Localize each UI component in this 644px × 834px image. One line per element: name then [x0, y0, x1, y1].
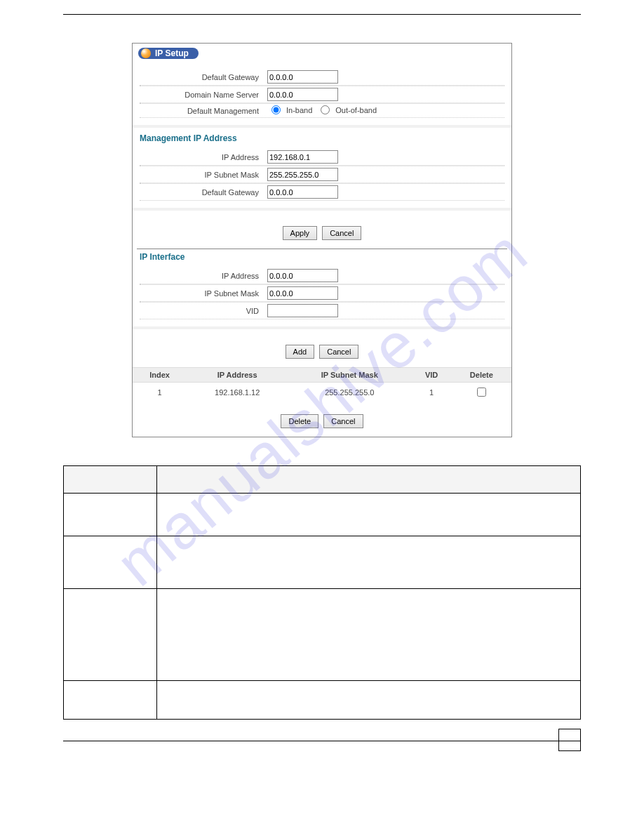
row-default-management: Default Management In-band Out-of-band [140, 103, 504, 118]
label-mgmt-ip: IP Address [140, 153, 267, 161]
cell-delete [452, 383, 511, 402]
input-intf-vid[interactable] [267, 304, 338, 317]
th-vid: VID [411, 368, 451, 383]
row-mgmt-gateway: Default Gateway [140, 183, 504, 201]
table-button-row: Delete Cancel [133, 402, 511, 437]
mgmt-button-row: Apply Cancel [133, 213, 511, 249]
bottom-rule [63, 741, 581, 741]
section-ip-interface: IP Interface [133, 249, 511, 265]
th-delete: Delete [452, 368, 511, 383]
cancel-button-2[interactable]: Cancel [319, 345, 358, 359]
delete-button[interactable]: Delete [281, 414, 318, 428]
input-intf-mask[interactable] [267, 286, 338, 300]
input-dns[interactable] [267, 88, 338, 101]
cancel-button-1[interactable]: Cancel [322, 226, 361, 240]
label-intf-mask: IP Subnet Mask [140, 289, 267, 298]
divider-band [133, 326, 511, 329]
ip-interface-area: IP Address IP Subnet Mask VID [133, 265, 511, 324]
th-mask: IP Subnet Mask [288, 368, 411, 383]
input-default-gateway[interactable] [267, 70, 338, 84]
cell-mask: 255.255.255.0 [288, 383, 411, 402]
label-intf-vid: VID [140, 307, 267, 315]
input-mgmt-gateway[interactable] [267, 185, 338, 199]
management-ip-area: IP Address IP Subnet Mask Default Gatewa… [133, 146, 511, 205]
doc-table-head [64, 466, 581, 494]
interface-table: Index IP Address IP Subnet Mask VID Dele… [133, 367, 511, 402]
section-management-ip: Management IP Address [133, 131, 511, 146]
input-intf-ip[interactable] [267, 269, 338, 282]
ip-setup-panel: IP Setup Default Gateway Domain Name Ser… [132, 43, 512, 437]
sphere-icon [141, 48, 151, 58]
divider-band [133, 208, 511, 211]
label-inband: In-band [286, 106, 312, 114]
input-mgmt-ip[interactable] [267, 150, 338, 164]
label-intf-ip: IP Address [140, 272, 267, 280]
table-header-row: Index IP Address IP Subnet Mask VID Dele… [133, 368, 511, 383]
panel-title-pill: IP Setup [138, 48, 199, 59]
row-intf-ip: IP Address [140, 267, 504, 284]
doc-table-row [64, 589, 581, 681]
row-intf-mask: IP Subnet Mask [140, 284, 504, 302]
add-button[interactable]: Add [286, 345, 315, 359]
row-delete-checkbox[interactable] [477, 388, 486, 397]
th-index: Index [133, 368, 187, 383]
doc-table-row [64, 681, 581, 720]
doc-table [63, 465, 581, 720]
page-number-box [558, 729, 581, 751]
doc-table-row [64, 536, 581, 589]
input-mgmt-mask[interactable] [267, 168, 338, 181]
row-mgmt-mask: IP Subnet Mask [140, 166, 504, 183]
label-default-management: Default Management [140, 107, 267, 115]
radio-outofband[interactable] [321, 105, 330, 114]
label-mgmt-gateway: Default Gateway [140, 188, 267, 197]
radio-inband[interactable] [271, 105, 281, 114]
label-mgmt-mask: IP Subnet Mask [140, 171, 267, 179]
doc-table-row [64, 494, 581, 536]
intf-button-row: Add Cancel [133, 332, 511, 367]
row-dns: Domain Name Server [140, 86, 504, 103]
table-row: 1 192.168.1.12 255.255.255.0 1 [133, 383, 511, 402]
basic-settings: Default Gateway Domain Name Server Defau… [133, 66, 511, 122]
cell-ip: 192.168.1.12 [187, 383, 288, 402]
th-ip: IP Address [187, 368, 288, 383]
cell-index: 1 [133, 383, 187, 402]
label-default-gateway: Default Gateway [140, 73, 267, 81]
divider-band [133, 125, 511, 128]
cell-vid: 1 [411, 383, 451, 402]
apply-button[interactable]: Apply [283, 226, 318, 240]
row-intf-vid: VID [140, 302, 504, 319]
cancel-button-3[interactable]: Cancel [323, 414, 363, 428]
row-default-gateway: Default Gateway [140, 69, 504, 86]
label-dns: Domain Name Server [140, 91, 267, 99]
panel-title: IP Setup [155, 48, 189, 58]
label-outofband: Out-of-band [335, 106, 377, 114]
row-mgmt-ip: IP Address [140, 149, 504, 166]
top-rule [63, 14, 581, 15]
